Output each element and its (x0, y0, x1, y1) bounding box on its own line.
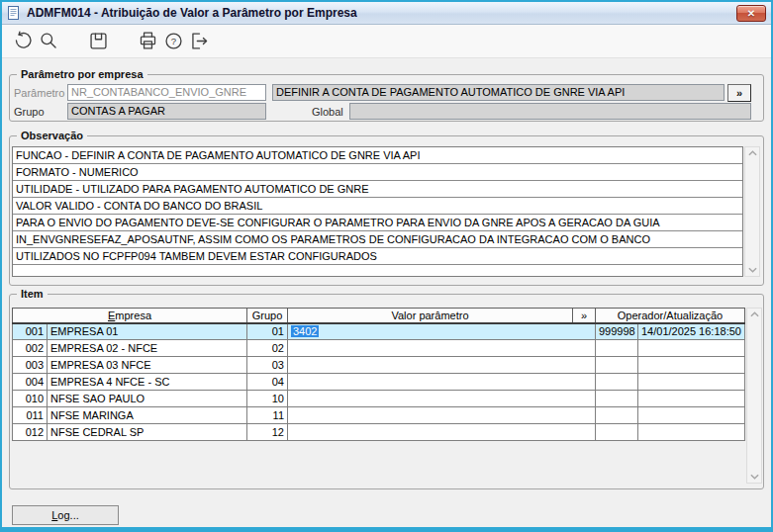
item-header-row: Empresa Grupo Valor parâmetro » Operador… (13, 309, 745, 323)
parametro-row: Parâmetro NR_CONTABANCO_ENVIO_GNRE DEFIN… (14, 84, 759, 101)
empresa-cell[interactable]: EMPRESA 02 - NFCE (48, 340, 247, 357)
column-header-expand-button[interactable]: » (573, 309, 596, 323)
operador-cell (596, 357, 638, 374)
empresa-cell[interactable]: EMPRESA 03 NFCE (48, 357, 247, 374)
grupo-cell[interactable]: 12 (247, 424, 288, 441)
valor-cell[interactable] (288, 407, 596, 424)
grupo-label: Grupo (14, 106, 67, 118)
table-row[interactable]: 001 EMPRESA 01 01 3402 999998 14/01/2025… (13, 323, 745, 340)
empresa-cell[interactable]: NFSE SAO PAULO (48, 391, 247, 407)
valor-cell[interactable] (288, 357, 596, 374)
toolbar: ? (2, 25, 771, 58)
exit-icon[interactable] (186, 29, 212, 54)
grupo-cell[interactable]: 11 (247, 407, 288, 424)
atualizacao-cell (638, 391, 745, 407)
operador-cell (596, 391, 638, 407)
row-number-cell[interactable]: 003 (13, 357, 48, 374)
scroll-down-icon[interactable] (748, 267, 757, 273)
parametro-label: Parâmetro (14, 87, 67, 99)
column-header-operador[interactable]: Operador/Atualização (596, 309, 745, 323)
observacao-line: PARA O ENVIO DO PAGAMENTO DEVE-SE CONFIG… (13, 215, 742, 231)
table-row[interactable]: 010 NFSE SAO PAULO 10 (13, 391, 745, 407)
operador-cell: 999998 (596, 323, 638, 340)
table-row[interactable]: 012 NFSE CEDRAL SP 12 (13, 424, 745, 441)
observacao-group-title: Observação (17, 129, 87, 142)
observacao-line: FUNCAO - DEFINIR A CONTA DE PAGAMENTO AU… (13, 147, 742, 164)
row-number-cell[interactable]: 002 (13, 340, 48, 357)
atualizacao-cell: 14/01/2025 16:18:50 (638, 323, 745, 340)
grupo-cell[interactable]: 04 (247, 374, 288, 391)
selected-text[interactable]: 3402 (291, 325, 319, 337)
table-row[interactable]: 004 EMPRESA 4 NFCE - SC 04 (13, 374, 745, 391)
parametro-group: Parâmetro por empresa Parâmetro NR_CONTA… (9, 74, 764, 122)
row-number-cell[interactable]: 012 (13, 424, 48, 441)
observacao-line: UTILIDADE - UTILIZADO PARA PAGAMENTO AUT… (13, 181, 742, 198)
observacao-line: VALOR VALIDO - CONTA DO BANCO DO BRASIL (13, 198, 742, 215)
column-header-valor[interactable]: Valor parâmetro (288, 309, 573, 323)
item-scrollbar[interactable] (746, 308, 762, 484)
parametro-code-field[interactable]: NR_CONTABANCO_ENVIO_GNRE (67, 84, 266, 101)
atualizacao-cell (638, 374, 745, 391)
atualizacao-cell (638, 340, 745, 357)
empresa-cell[interactable]: NFSE CEDRAL SP (48, 424, 247, 441)
column-header-grupo[interactable]: Grupo (247, 309, 288, 323)
operador-cell (596, 374, 638, 391)
atualizacao-cell (638, 407, 745, 424)
app-window: ADMFM014 - Atribuição de Valor a Parâmet… (0, 0, 773, 532)
operador-cell (596, 340, 638, 357)
parametro-expand-button[interactable]: » (727, 84, 751, 102)
print-icon[interactable] (135, 29, 160, 54)
window-document-icon (6, 5, 22, 21)
item-group: Item Empresa Grupo Valor parâmetro » (9, 294, 764, 489)
atualizacao-cell (638, 357, 745, 374)
svg-text:?: ? (170, 36, 175, 46)
save-icon[interactable] (85, 29, 111, 54)
grupo-cell[interactable]: 10 (247, 391, 288, 407)
empresa-cell[interactable]: EMPRESA 4 NFCE - SC (48, 374, 247, 391)
empresa-cell[interactable]: EMPRESA 01 (48, 323, 247, 340)
observacao-group: Observação FUNCAO - DEFINIR A CONTA DE P… (9, 135, 764, 286)
global-label: Global (312, 106, 343, 118)
table-row[interactable]: 011 NFSE MARINGA 11 (13, 407, 745, 424)
scroll-down-icon[interactable] (750, 474, 759, 480)
grupo-cell[interactable]: 03 (247, 357, 288, 374)
close-button[interactable]: ✕ (736, 5, 766, 22)
item-group-title: Item (17, 287, 48, 301)
valor-cell[interactable] (288, 391, 596, 407)
observacao-list: FUNCAO - DEFINIR A CONTA DE PAGAMENTO AU… (12, 146, 743, 277)
log-button[interactable]: Log... (12, 505, 119, 525)
window-title: ADMFM014 - Atribuição de Valor a Parâmet… (27, 6, 357, 20)
row-number-cell[interactable]: 011 (13, 407, 48, 424)
operador-cell (596, 424, 638, 441)
row-number-cell[interactable]: 001 (13, 323, 48, 340)
empresa-cell[interactable]: NFSE MARINGA (48, 407, 247, 424)
row-number-cell[interactable]: 010 (13, 391, 48, 407)
operador-cell (596, 407, 638, 424)
search-icon[interactable] (36, 29, 61, 54)
grupo-cell[interactable]: 01 (247, 323, 288, 340)
titlebar[interactable]: ADMFM014 - Atribuição de Valor a Parâmet… (2, 2, 771, 25)
undo-icon[interactable] (10, 29, 36, 54)
observacao-empty-area (13, 265, 742, 276)
atualizacao-cell (638, 424, 745, 441)
observacao-line: FORMATO - NUMERICO (13, 164, 742, 181)
valor-cell[interactable] (288, 374, 596, 391)
grupo-row: Grupo CONTAS A PAGAR Global (14, 103, 759, 120)
grupo-cell[interactable]: 02 (247, 340, 288, 357)
valor-cell[interactable]: 3402 (288, 323, 596, 340)
observacao-scrollbar[interactable] (744, 146, 760, 277)
global-field[interactable] (349, 103, 751, 120)
row-number-cell[interactable]: 004 (13, 374, 48, 391)
help-icon[interactable]: ? (160, 29, 186, 54)
scroll-up-icon[interactable] (748, 150, 757, 156)
valor-cell[interactable] (288, 340, 596, 357)
grupo-field[interactable]: CONTAS A PAGAR (67, 103, 266, 120)
table-row[interactable]: 003 EMPRESA 03 NFCE 03 (13, 357, 745, 374)
observacao-line: IN_ENVGNRESEFAZ_APOSAUTNF, ASSIM COMO OS… (13, 231, 742, 248)
parametro-description-field[interactable]: DEFINIR A CONTA DE PAGAMENTO AUTOMATICO … (272, 84, 725, 101)
item-table: Empresa Grupo Valor parâmetro » Operador… (12, 308, 745, 484)
valor-cell[interactable] (288, 424, 596, 441)
table-row[interactable]: 002 EMPRESA 02 - NFCE 02 (13, 340, 745, 357)
scroll-up-icon[interactable] (750, 311, 759, 317)
column-header-empresa[interactable]: Empresa (13, 309, 247, 323)
